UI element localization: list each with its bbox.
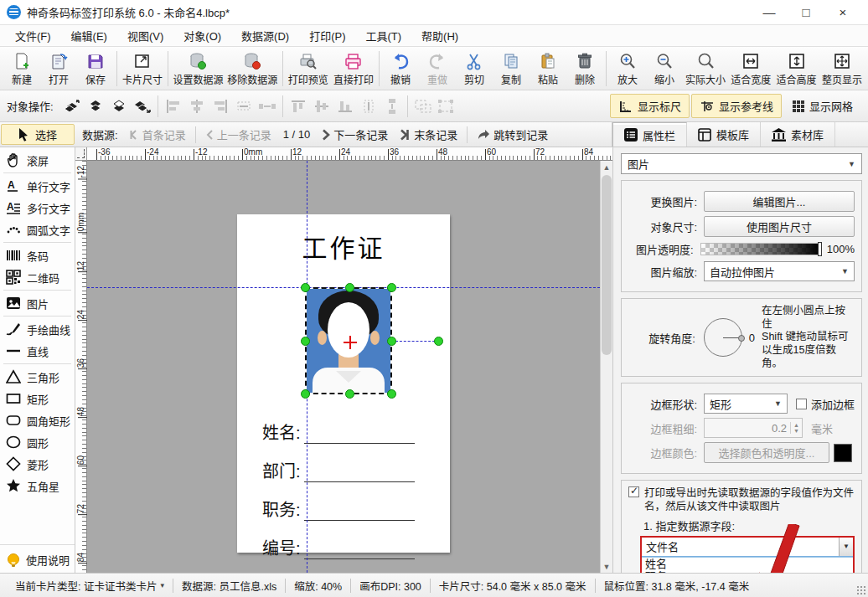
- add-border-checkbox[interactable]: [796, 399, 807, 409]
- card-field-department[interactable]: 部门:: [262, 458, 415, 482]
- show-grid-toggle[interactable]: 显示网格: [783, 94, 861, 118]
- card-field-number[interactable]: 编号:: [262, 535, 415, 559]
- tool-rectangle[interactable]: 矩形: [0, 388, 75, 409]
- open-button[interactable]: 打开: [40, 49, 77, 89]
- new-button[interactable]: 新建: [3, 49, 40, 89]
- set-datasource-button[interactable]: 设置数据源: [171, 49, 225, 89]
- zoom-in-button[interactable]: 放大: [609, 49, 646, 89]
- menu-view[interactable]: 视图(V): [117, 25, 173, 46]
- tool-line[interactable]: 直线: [0, 340, 75, 362]
- send-to-back-icon[interactable]: [131, 95, 154, 117]
- use-image-size-button[interactable]: 使用图片尺寸: [704, 216, 855, 237]
- object-type-select[interactable]: 图片 ▼: [621, 153, 862, 174]
- redo-button[interactable]: 重做: [419, 49, 456, 89]
- same-width-icon[interactable]: [232, 95, 256, 117]
- opacity-slider-thumb[interactable]: [818, 242, 822, 256]
- rotation-dial-dot[interactable]: [738, 335, 745, 342]
- tool-star[interactable]: 五角星: [0, 475, 75, 497]
- align-center-h-icon[interactable]: [185, 95, 209, 117]
- copy-button[interactable]: 复制: [493, 49, 530, 89]
- menu-tools[interactable]: 工具(T): [355, 25, 411, 46]
- menu-help[interactable]: 帮助(H): [411, 25, 468, 46]
- ungroup-icon[interactable]: [435, 95, 458, 117]
- show-ruler-toggle[interactable]: 显示标尺: [610, 94, 690, 118]
- zoom-out-button[interactable]: 缩小: [646, 49, 683, 89]
- rotation-dial[interactable]: [704, 318, 742, 357]
- status-card-type[interactable]: 当前卡片类型: 证卡证书类卡片▾: [7, 578, 173, 594]
- align-top-icon[interactable]: [287, 95, 310, 117]
- cut-button[interactable]: 剪切: [456, 49, 493, 89]
- menu-object[interactable]: 对象(O): [173, 25, 231, 46]
- fit-width-button[interactable]: 适合宽度: [728, 49, 773, 89]
- next-record-button[interactable]: 下一条记录: [318, 126, 392, 142]
- close-button[interactable]: ×: [824, 1, 861, 24]
- paste-button[interactable]: 粘贴: [530, 49, 566, 89]
- align-left-icon[interactable]: [162, 95, 185, 117]
- tool-freehand-curve[interactable]: 手绘曲线: [0, 318, 75, 340]
- resize-handle-se[interactable]: [387, 389, 396, 399]
- help-button[interactable]: 使用说明: [0, 544, 75, 568]
- tool-triangle[interactable]: 三角形: [0, 366, 75, 388]
- print-preview-button[interactable]: 打印预览: [286, 49, 331, 89]
- tool-qrcode[interactable]: 二维码: [0, 266, 75, 288]
- tab-materials[interactable]: 素材库: [761, 122, 835, 147]
- align-middle-icon[interactable]: [310, 95, 333, 117]
- card-title-text[interactable]: 工作证: [237, 228, 450, 265]
- tab-templates[interactable]: 模板库: [687, 122, 761, 147]
- v-spacing-icon[interactable]: [380, 95, 404, 117]
- undo-button[interactable]: 撤销: [382, 49, 419, 89]
- scroll-up-arrow[interactable]: ▲: [601, 161, 613, 173]
- menu-datasource[interactable]: 数据源(D): [231, 25, 299, 46]
- same-height-icon[interactable]: [357, 95, 380, 117]
- goto-record-button[interactable]: 跳转到记录: [473, 126, 552, 142]
- prev-record-button[interactable]: 上一条记录: [201, 126, 276, 142]
- bring-to-front-icon[interactable]: [60, 95, 84, 117]
- resize-grip[interactable]: [856, 585, 866, 595]
- tool-circle[interactable]: 圆形: [0, 431, 75, 453]
- delete-button[interactable]: 删除: [566, 49, 603, 89]
- remove-datasource-button[interactable]: 移除数据源: [225, 49, 280, 89]
- minimize-button[interactable]: —: [751, 1, 788, 24]
- menu-edit[interactable]: 编辑(E): [61, 25, 117, 46]
- read-filename-checkbox[interactable]: [628, 486, 639, 497]
- tool-barcode[interactable]: 条码: [0, 244, 75, 266]
- edit-image-button[interactable]: 编辑图片...: [704, 191, 855, 212]
- first-record-button[interactable]: 首条记录: [125, 126, 190, 142]
- border-width-spinner[interactable]: 0.2 ▲▼: [704, 418, 803, 438]
- tool-rounded-rectangle[interactable]: 圆角矩形: [0, 409, 75, 431]
- scroll-down-arrow[interactable]: ▼: [601, 560, 613, 573]
- last-record-button[interactable]: 末条记录: [395, 126, 462, 142]
- spinner-arrows-icon[interactable]: ▲▼: [790, 422, 802, 434]
- fit-height-button[interactable]: 适合高度: [773, 49, 819, 89]
- resize-handle-ne[interactable]: [387, 283, 396, 292]
- send-backward-icon[interactable]: [107, 95, 131, 117]
- card-size-button[interactable]: 卡片尺寸: [120, 49, 165, 89]
- align-right-icon[interactable]: [209, 95, 232, 117]
- resize-handle-s[interactable]: [345, 389, 354, 399]
- resize-handle-n[interactable]: [345, 283, 354, 292]
- group-icon[interactable]: [411, 95, 435, 117]
- align-bottom-icon[interactable]: [333, 95, 357, 117]
- design-viewport[interactable]: 工作证 姓名: 部门: 职务: 编号:: [87, 161, 600, 573]
- opacity-slider[interactable]: [700, 243, 821, 255]
- tool-image[interactable]: 图片: [0, 292, 75, 314]
- whole-page-button[interactable]: 整页显示: [819, 49, 865, 89]
- canvas-vertical-scrollbar[interactable]: ▲ ▼: [600, 161, 612, 573]
- card-field-name[interactable]: 姓名:: [262, 419, 415, 444]
- border-color-button[interactable]: 选择颜色和透明度...: [704, 442, 829, 463]
- tool-scroll[interactable]: 滚屏: [0, 149, 75, 171]
- maximize-button[interactable]: □: [788, 1, 824, 24]
- tool-arc-text[interactable]: 圆弧文字: [0, 219, 75, 240]
- card-field-position[interactable]: 职务:: [262, 497, 415, 521]
- resize-handle-sw[interactable]: [301, 389, 310, 399]
- save-button[interactable]: 保存: [77, 49, 114, 89]
- tool-diamond[interactable]: 菱形: [0, 453, 75, 475]
- resize-handle-w[interactable]: [301, 337, 310, 346]
- direct-print-button[interactable]: 直接打印: [331, 49, 376, 89]
- menu-print[interactable]: 打印(P): [299, 25, 355, 46]
- menu-file[interactable]: 文件(F): [5, 25, 61, 46]
- resize-handle-e[interactable]: [387, 337, 396, 346]
- tool-single-line-text[interactable]: A 单行文字: [0, 175, 75, 197]
- show-guides-toggle[interactable]: 显示参考线: [691, 94, 782, 118]
- scrollbar-thumb[interactable]: [602, 175, 612, 355]
